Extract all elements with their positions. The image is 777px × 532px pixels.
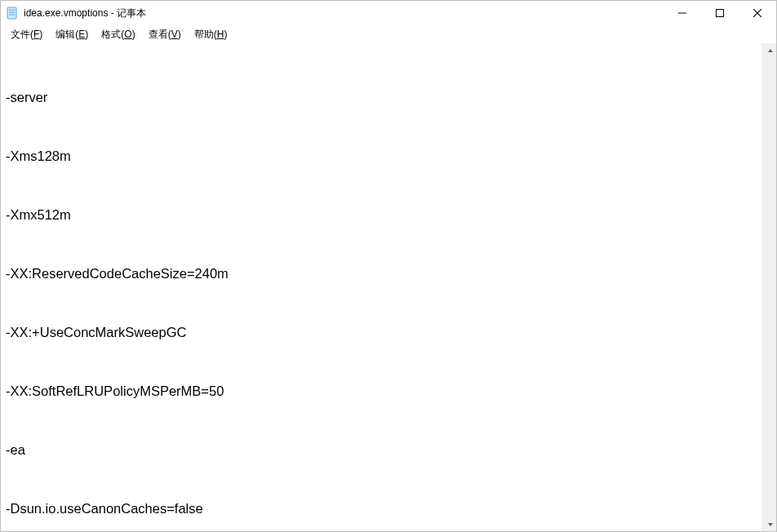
text-line: -Xms128m — [6, 146, 762, 166]
menu-format-label: 格式(O) — [101, 29, 135, 40]
svg-marker-9 — [768, 523, 773, 526]
text-line: -Dsun.io.useCanonCaches=false — [6, 499, 762, 518]
svg-marker-8 — [768, 49, 773, 52]
text-line: -XX:ReservedCodeCacheSize=240m — [6, 264, 762, 283]
close-button[interactable] — [739, 1, 776, 25]
menu-format[interactable]: 格式(O) — [95, 26, 141, 43]
text-line: -XX:+UseConcMarkSweepGC — [6, 322, 762, 342]
content-area-wrap: -server -Xms128m -Xmx512m -XX:ReservedCo… — [1, 43, 776, 531]
menu-file[interactable]: 文件(F) — [4, 26, 49, 43]
window-title: idea.exe.vmoptions - 记事本 — [24, 7, 146, 20]
menu-help[interactable]: 帮助(H) — [188, 26, 234, 43]
minimize-button[interactable] — [664, 1, 701, 25]
menu-edit-label: 编辑(E) — [56, 29, 88, 40]
svg-rect-0 — [7, 7, 16, 19]
menu-help-label: 帮助(H) — [194, 29, 228, 40]
menu-edit[interactable]: 编辑(E) — [49, 26, 95, 43]
text-line: -XX:SoftRefLRUPolicyMSPerMB=50 — [6, 381, 762, 401]
notepad-icon — [6, 7, 19, 20]
text-line: -server — [6, 87, 762, 107]
vertical-scrollbar[interactable] — [762, 43, 776, 531]
text-line: -Xmx512m — [6, 205, 762, 224]
scroll-down-arrow[interactable] — [763, 517, 777, 531]
titlebar: idea.exe.vmoptions - 记事本 — [1, 1, 776, 25]
maximize-button[interactable] — [701, 1, 739, 25]
menu-file-label: 文件(F) — [11, 29, 42, 40]
window-controls — [664, 1, 776, 25]
scroll-up-arrow[interactable] — [763, 43, 777, 57]
text-area[interactable]: -server -Xms128m -Xmx512m -XX:ReservedCo… — [1, 43, 762, 531]
menubar: 文件(F) 编辑(E) 格式(O) 查看(V) 帮助(H) — [1, 25, 776, 43]
menu-view[interactable]: 查看(V) — [142, 26, 188, 43]
menu-view-label: 查看(V) — [149, 29, 181, 40]
text-line: -ea — [6, 440, 762, 459]
svg-rect-5 — [717, 10, 724, 17]
